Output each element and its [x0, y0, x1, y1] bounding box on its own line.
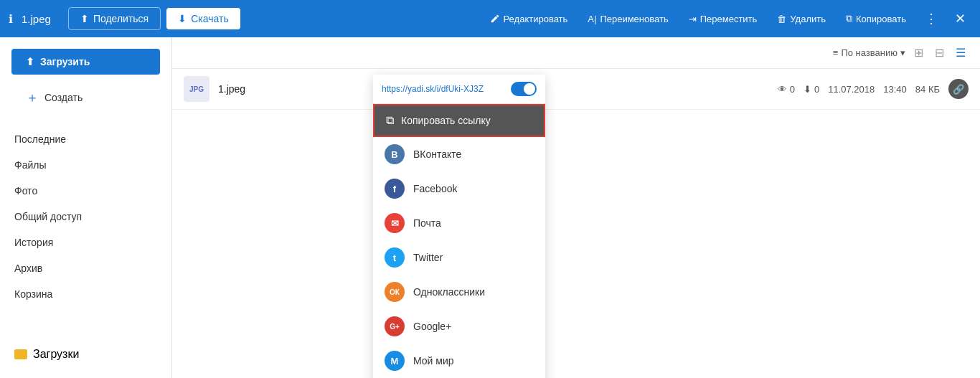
delete-icon: 🗑 — [777, 14, 786, 24]
sidebar: ⬆ Загрузить ＋ Создать Последние Файлы Фо… — [0, 37, 172, 378]
share-link-bar — [373, 75, 545, 104]
sort-icon: ≡ — [833, 47, 839, 58]
copy-icon: ⧉ — [846, 13, 852, 24]
share-dropdown: ⧉ Копировать ссылку В ВКонтакте f Facebo… — [373, 75, 545, 378]
copy-button[interactable]: ⧉ Копировать — [839, 10, 913, 27]
filename-label: 1.jpeg — [22, 13, 51, 25]
view-grid-large-button[interactable]: ⊞ — [911, 44, 926, 61]
view-list-button[interactable]: ☰ — [953, 44, 969, 61]
share-button[interactable]: ⬆ Поделиться — [68, 7, 161, 30]
rename-button[interactable]: A| Переименовать — [580, 11, 675, 27]
ok-icon: ОК — [385, 282, 405, 302]
file-share-button[interactable]: 🔗 — [948, 79, 969, 99]
sort-chevron-icon: ▾ — [900, 47, 905, 58]
facebook-icon: f — [385, 179, 405, 199]
upload-icon: ⬆ — [26, 56, 34, 67]
content-area: ≡ По названию ▾ ⊞ ⊟ ☰ JPG 1.jpeg 👁 0 ⬇ 0… — [172, 37, 980, 378]
file-downloads: ⬇ 0 — [804, 84, 819, 95]
view-grid-small-button[interactable]: ⊟ — [932, 44, 947, 61]
info-icon: ℹ — [9, 12, 13, 26]
sidebar-folder-section[interactable]: Загрузки — [0, 342, 171, 367]
folder-label: Загрузки — [33, 348, 79, 361]
sidebar-item-history[interactable]: История — [6, 230, 166, 255]
sidebar-item-recent[interactable]: Последние — [6, 126, 166, 152]
file-time: 13:40 — [883, 84, 907, 95]
move-button[interactable]: ⇥ Переместить — [682, 11, 765, 27]
share-twitter-button[interactable]: t Twitter — [373, 240, 545, 275]
download-count-icon: ⬇ — [804, 84, 811, 95]
share-vk-button[interactable]: В ВКонтакте — [373, 137, 545, 171]
share-facebook-button[interactable]: f Facebook — [373, 171, 545, 206]
sidebar-item-archive[interactable]: Архив — [6, 255, 166, 281]
file-views: 👁 0 — [778, 84, 795, 95]
share-moimir-button[interactable]: M Мой мир — [373, 344, 545, 378]
sidebar-item-files[interactable]: Файлы — [6, 152, 166, 178]
topbar: ℹ 1.jpeg ⬆ Поделиться ⬇ Скачать Редактир… — [0, 0, 980, 37]
toggle-knob — [524, 83, 535, 95]
file-date: 11.07.2018 — [828, 84, 875, 95]
file-size: 84 КБ — [915, 84, 940, 95]
share-gplus-button[interactable]: G+ Google+ — [373, 309, 545, 344]
more-options-button[interactable]: ⋮ — [919, 8, 943, 29]
sidebar-item-trash[interactable]: Корзина — [6, 281, 166, 307]
copy-link-button[interactable]: ⧉ Копировать ссылку — [373, 104, 545, 137]
delete-button[interactable]: 🗑 Удалить — [770, 11, 833, 27]
sidebar-nav: Последние Файлы Фото Общий доступ Истори… — [0, 126, 171, 342]
file-thumbnail: JPG — [184, 76, 209, 102]
file-row: JPG 1.jpeg 👁 0 ⬇ 0 11.07.2018 13:40 84 К… — [172, 69, 980, 110]
upload-button[interactable]: ⬆ Загрузить — [11, 49, 160, 75]
share-mail-button[interactable]: ✉ Почта — [373, 206, 545, 240]
share-toggle[interactable] — [511, 82, 537, 96]
vk-icon: В — [385, 144, 405, 164]
edit-button[interactable]: Редактировать — [483, 11, 575, 27]
gplus-icon: G+ — [385, 316, 405, 336]
download-button[interactable]: ⬇ Скачать — [166, 8, 240, 29]
share-ok-button[interactable]: ОК Одноклассники — [373, 275, 545, 309]
sidebar-item-shared[interactable]: Общий доступ — [6, 204, 166, 230]
share-link-input[interactable] — [382, 84, 505, 94]
eye-icon: 👁 — [778, 84, 787, 95]
mail-icon: ✉ — [385, 213, 405, 233]
create-button[interactable]: ＋ Создать — [11, 83, 160, 112]
link-icon: 🔗 — [953, 84, 964, 95]
download-icon: ⬇ — [178, 13, 187, 24]
plus-icon: ＋ — [26, 89, 39, 106]
rename-icon: A| — [588, 14, 596, 24]
copy-link-icon: ⧉ — [386, 114, 394, 127]
share-icon: ⬆ — [80, 13, 89, 24]
move-icon: ⇥ — [689, 14, 697, 24]
close-button[interactable]: ✕ — [949, 8, 971, 29]
edit-icon — [490, 14, 500, 24]
moimir-icon: M — [385, 351, 405, 371]
folder-icon — [14, 349, 27, 359]
sidebar-item-photos[interactable]: Фото — [6, 178, 166, 204]
main-layout: ⬆ Загрузить ＋ Создать Последние Файлы Фо… — [0, 37, 980, 378]
content-toolbar: ≡ По названию ▾ ⊞ ⊟ ☰ — [172, 37, 980, 69]
sort-button[interactable]: ≡ По названию ▾ — [833, 47, 905, 58]
twitter-icon: t — [385, 247, 405, 268]
